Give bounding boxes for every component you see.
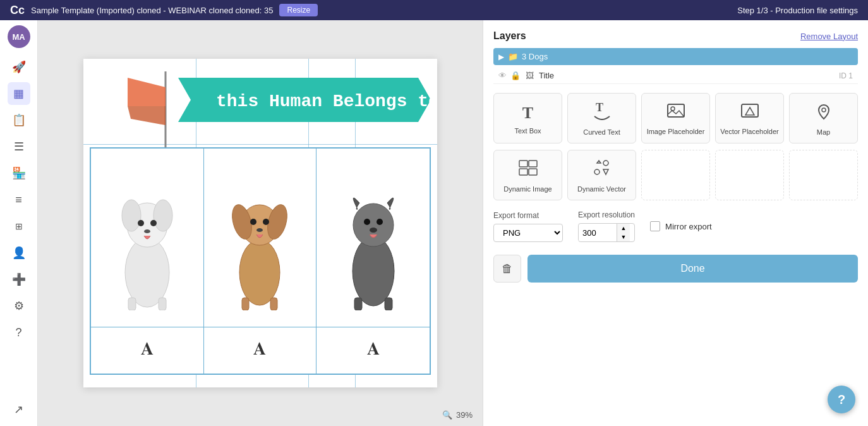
remove-layout-link[interactable]: Remove Layout <box>800 32 858 41</box>
widget-curved-text-label: Curved Text <box>583 128 620 137</box>
curved-text-icon: T <box>592 102 612 124</box>
export-format-select[interactable]: PNG JPG PDF SVG <box>493 224 563 242</box>
canvas-footer: 🔍 39% <box>442 410 473 420</box>
widget-curved-text[interactable]: T Curved Text <box>567 93 636 143</box>
banner-svg: this Human Belongs to <box>90 65 431 147</box>
sidebar-item-layers[interactable]: ☰ <box>8 135 30 158</box>
zoom-icon: 🔍 <box>442 410 452 420</box>
banner-area: this Human Belongs to <box>90 65 431 147</box>
sidebar-item-help[interactable]: ? <box>8 321 30 344</box>
sidebar-item-export[interactable]: ↗ <box>8 398 30 421</box>
svg-rect-36 <box>519 161 527 167</box>
avatar: MA <box>8 25 30 48</box>
widget-dynamic-image-label: Dynamic Image <box>503 185 552 193</box>
widget-empty-1 <box>641 150 710 200</box>
grid-icon: ▦ <box>13 87 24 100</box>
export-format-label: Export format <box>493 211 563 220</box>
rocket-icon: 🚀 <box>12 60 26 74</box>
resize-button[interactable]: Resize <box>279 4 318 16</box>
svg-text:this Human Belongs to: this Human Belongs to <box>216 92 431 111</box>
delete-button[interactable]: 🗑 <box>493 255 521 283</box>
sidebar-item-grid[interactable]: ▦ <box>8 82 30 105</box>
svg-rect-21 <box>242 298 249 310</box>
widget-dynamic-image[interactable]: Dynamic Image <box>493 150 562 200</box>
dogs-area: 𝐀 <box>90 147 431 375</box>
dog-cell-1: 𝐀 <box>91 149 204 374</box>
map-icon <box>814 102 833 124</box>
topbar-title: Sample Template (Imported) cloned - WEBI… <box>31 6 273 15</box>
folder-icon: 📁 <box>508 52 518 61</box>
svg-point-35 <box>822 108 826 112</box>
svg-marker-2 <box>128 106 166 125</box>
svg-marker-43 <box>603 169 608 174</box>
resolution-value-input[interactable] <box>579 225 617 241</box>
dog-letter-3: 𝐀 <box>367 339 380 360</box>
image-placeholder-icon <box>666 103 685 123</box>
svg-point-20 <box>256 228 263 232</box>
widget-text-box-label: Text Box <box>514 126 541 135</box>
sidebar-item-person-settings[interactable]: ⚙ <box>8 295 30 317</box>
dog-image-1 <box>103 149 191 327</box>
sidebar-item-beta[interactable]: 🚀 <box>8 56 30 78</box>
layer-expand-arrow: ▶ <box>498 52 504 61</box>
export-resolution-label: Export resolution <box>578 210 635 219</box>
add-person-icon: ➕ <box>12 272 26 286</box>
svg-point-42 <box>594 169 600 174</box>
store-icon: 🏪 <box>12 166 26 180</box>
dog-letter-1: 𝐀 <box>141 339 154 360</box>
user-settings-icon: 👤 <box>12 246 26 260</box>
layer-name-title: Title <box>539 71 839 80</box>
widget-empty-3 <box>789 150 858 200</box>
svg-point-18 <box>250 219 256 225</box>
svg-point-8 <box>154 200 172 231</box>
svg-point-19 <box>263 219 269 225</box>
eye-icon: 👁 <box>498 71 507 80</box>
svg-rect-37 <box>529 161 537 167</box>
widget-empty-2 <box>715 150 784 200</box>
export-resolution-group: Export resolution ▲ ▼ <box>578 210 635 242</box>
vector-placeholder-icon <box>740 103 759 123</box>
layers-icon: ☰ <box>14 140 24 154</box>
widget-dynamic-vector-label: Dynamic Vector <box>577 185 626 193</box>
sidebar-item-add-person[interactable]: ➕ <box>8 268 30 291</box>
dynamic-image-icon <box>518 159 538 181</box>
svg-point-9 <box>138 220 144 226</box>
canvas: this Human Belongs to <box>83 59 437 387</box>
layer-name-3dogs: 3 Dogs <box>522 52 853 61</box>
layer-item-3dogs[interactable]: ▶ 📁 3 Dogs <box>493 48 858 65</box>
list2-icon: ⊞ <box>15 221 23 231</box>
canvas-area: this Human Belongs to <box>38 20 483 426</box>
svg-marker-34 <box>745 107 754 115</box>
sidebar-item-list2[interactable]: ⊞ <box>8 215 30 238</box>
resolution-increment[interactable]: ▲ <box>617 224 630 233</box>
widget-text-box[interactable]: T Text Box <box>493 93 562 143</box>
done-button[interactable]: Done <box>527 255 858 283</box>
widget-vector-placeholder[interactable]: Vector Placeholder <box>715 93 784 143</box>
sidebar-item-book[interactable]: 📋 <box>8 109 30 131</box>
svg-marker-1 <box>128 78 166 106</box>
widget-dynamic-vector[interactable]: Dynamic Vector <box>567 150 636 200</box>
mirror-export-group: Mirror export <box>650 221 712 231</box>
svg-point-7 <box>122 200 141 231</box>
svg-point-24 <box>353 204 394 246</box>
sidebar-item-store[interactable]: 🏪 <box>8 162 30 185</box>
zoom-level: 39% <box>456 410 473 420</box>
resolution-spinners: ▲ ▼ <box>617 224 630 241</box>
widget-image-placeholder[interactable]: Image Placeholder <box>641 93 710 143</box>
svg-rect-29 <box>385 298 392 310</box>
export-icon: ↗ <box>14 403 23 417</box>
svg-marker-40 <box>597 161 601 163</box>
svg-point-11 <box>144 229 150 233</box>
export-row: Export format PNG JPG PDF SVG Export res… <box>493 210 858 242</box>
sidebar-item-list1[interactable]: ≡ <box>8 188 30 211</box>
svg-rect-13 <box>159 298 166 310</box>
resolution-decrement[interactable]: ▼ <box>617 233 630 241</box>
svg-text:T: T <box>596 102 603 114</box>
mirror-export-checkbox[interactable] <box>650 221 660 231</box>
help-float-button[interactable]: ? <box>828 386 855 413</box>
right-panel: Layers Remove Layout ▶ 📁 3 Dogs 👁 🔒 🖼 Ti… <box>483 20 868 426</box>
widget-map[interactable]: Map <box>789 93 858 143</box>
layer-subitem-title[interactable]: 👁 🔒 🖼 Title ID 1 <box>493 68 858 84</box>
sidebar-item-user-settings[interactable]: 👤 <box>8 241 30 264</box>
export-resolution-input: ▲ ▼ <box>578 223 635 242</box>
